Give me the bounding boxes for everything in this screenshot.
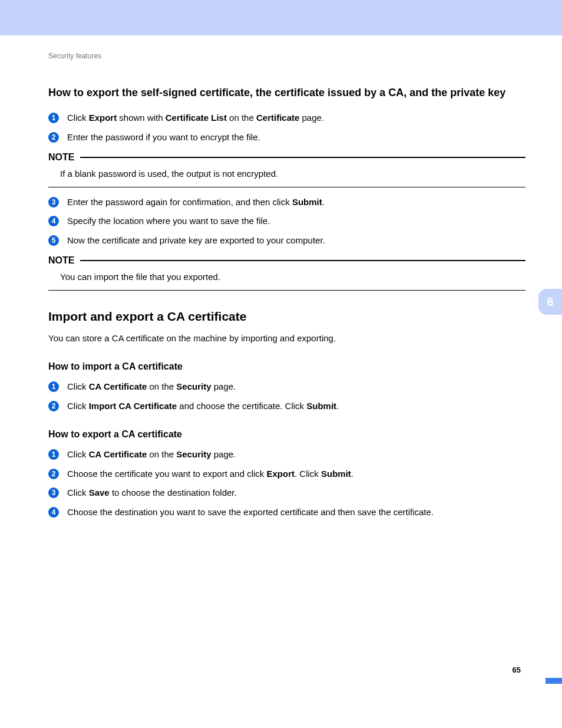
step-1: 1 Click Export shown with Certificate Li… [48, 111, 525, 125]
step-1: 1 Click CA Certificate on the Security p… [48, 380, 525, 394]
step-text: Specify the location where you want to s… [67, 215, 525, 228]
step-text: Now the certificate and private key are … [67, 234, 525, 248]
step-text: Enter the password if you want to encryp… [67, 131, 525, 144]
step-3: 3 Enter the password again for confirmat… [48, 196, 525, 209]
step-text: Click Export shown with Certificate List… [67, 111, 525, 125]
page-content: Security features How to export the self… [0, 35, 562, 684]
note-block: NOTE You can import the file that you ex… [48, 255, 525, 291]
step-4: 4 Specify the location where you want to… [48, 215, 525, 228]
step-3: 3 Click Save to choose the destination f… [48, 486, 525, 500]
step-bullet-icon: 4 [48, 507, 59, 518]
sub-title-export-ca: How to export a CA certificate [48, 429, 525, 440]
step-bullet-icon: 1 [48, 113, 59, 123]
note-rule [48, 290, 525, 291]
step-4: 4 Choose the destination you want to sav… [48, 506, 525, 519]
section-title-export-selfsigned: How to export the self-signed certificat… [48, 86, 525, 100]
step-2: 2 Click Import CA Certificate and choose… [48, 400, 525, 413]
step-bullet-icon: 3 [48, 197, 59, 207]
note-rule [80, 157, 525, 158]
step-text: Choose the destination you want to save … [67, 506, 525, 519]
page-number: 65 [513, 666, 521, 674]
page-corner-tab [546, 678, 562, 684]
step-text: Click CA Certificate on the Security pag… [67, 380, 525, 394]
step-bullet-icon: 4 [48, 216, 59, 226]
breadcrumb: Security features [48, 52, 525, 60]
step-5: 5 Now the certificate and private key ar… [48, 234, 525, 248]
note-body: If a blank password is used, the output … [48, 163, 525, 187]
step-bullet-icon: 5 [48, 235, 59, 246]
chapter-tab: 6 [538, 289, 562, 315]
step-2: 2 Choose the certificate you want to exp… [48, 467, 525, 481]
step-bullet-icon: 3 [48, 487, 59, 498]
top-band [0, 0, 562, 35]
step-text: Click Import CA Certificate and choose t… [67, 400, 525, 413]
step-bullet-icon: 2 [48, 469, 59, 479]
step-bullet-icon: 1 [48, 381, 59, 392]
step-text: Click Save to choose the destination fol… [67, 486, 525, 500]
note-rule [48, 187, 525, 187]
step-text: Choose the certificate you want to expor… [67, 467, 525, 481]
note-label: NOTE [48, 255, 80, 266]
step-bullet-icon: 1 [48, 449, 59, 460]
page-footer: 65 [513, 666, 525, 674]
step-bullet-icon: 2 [48, 132, 59, 143]
step-1: 1 Click CA Certificate on the Security p… [48, 448, 525, 462]
intro-text: You can store a CA certificate on the ma… [48, 332, 525, 345]
note-body: You can import the file that you exporte… [48, 266, 525, 290]
step-2: 2 Enter the password if you want to encr… [48, 131, 525, 144]
sub-title-import-ca: How to import a CA certificate [48, 361, 525, 372]
note-rule [80, 260, 525, 261]
step-bullet-icon: 2 [48, 401, 59, 411]
section-title-ca-cert: Import and export a CA certificate [48, 309, 525, 324]
step-text: Click CA Certificate on the Security pag… [67, 448, 525, 462]
note-block: NOTE If a blank password is used, the ou… [48, 152, 525, 187]
note-label: NOTE [48, 152, 80, 163]
step-text: Enter the password again for confirmatio… [67, 196, 525, 209]
